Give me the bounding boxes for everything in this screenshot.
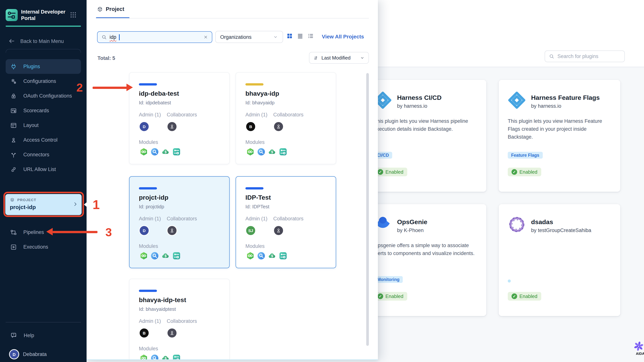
view-all-projects-link[interactable]: View All Projects bbox=[322, 34, 364, 40]
sort-arrows-icon bbox=[313, 55, 318, 61]
person-icon bbox=[276, 124, 282, 130]
module-icons: $ bbox=[140, 354, 181, 360]
sidebar-item-connectors[interactable]: Connectors bbox=[0, 147, 86, 162]
layout-icon bbox=[10, 122, 17, 129]
project-card-idp-deba-test[interactable]: idp-deba-testId: idpdebatestAdmin (1)Col… bbox=[129, 72, 230, 164]
sidebar-item-layout[interactable]: Layout bbox=[0, 118, 86, 133]
check-icon: ✓ bbox=[512, 293, 517, 299]
check-icon: ✓ bbox=[378, 169, 383, 175]
plugin-status-label: Enabled bbox=[520, 169, 537, 175]
annotation-step3-number: 3 bbox=[106, 226, 112, 239]
plugin-category-badge bbox=[508, 279, 511, 282]
plugin-card-opsgenie[interactable]: OpsGenieby K-PhoenOpsgenie offers a simp… bbox=[365, 204, 486, 316]
project-card-title: bhavya-idp bbox=[246, 90, 279, 98]
ccm-module-icon: $ bbox=[162, 252, 170, 260]
plugin-description: Opsgenie offers a simple way to associat… bbox=[374, 242, 477, 258]
project-picker-panel: Project idp Organizations View All Proje… bbox=[86, 0, 378, 360]
panel-scrollbar[interactable] bbox=[366, 73, 369, 346]
project-card-projct-idp[interactable]: projct-idpId: projctidpAdmin (1)Collabor… bbox=[129, 176, 230, 268]
url-allow-list-icon bbox=[10, 166, 17, 173]
sidebar-item-access-control[interactable]: Access Control bbox=[0, 133, 86, 147]
admin-avatar[interactable]: B bbox=[140, 328, 149, 337]
scorecards-icon bbox=[10, 107, 17, 114]
plugin-status-label: Enabled bbox=[520, 293, 537, 299]
user-menu[interactable]: D Debabrata bbox=[0, 347, 86, 361]
project-card-id: Id: IDPTest bbox=[246, 204, 269, 209]
clear-search-icon[interactable] bbox=[203, 35, 208, 40]
annotation-step2-arrow bbox=[92, 87, 127, 89]
sidebar-item-url-allow-list[interactable]: URL Allow List bbox=[0, 162, 86, 177]
annotation-step1-highlight-box bbox=[4, 192, 84, 217]
collaborators-label: Collaborators bbox=[167, 318, 197, 324]
harness-logo bbox=[508, 91, 526, 109]
organizations-dropdown[interactable]: Organizations bbox=[215, 31, 283, 43]
user-name: Debabrata bbox=[23, 351, 47, 357]
compact-list-view-toggle[interactable] bbox=[308, 33, 314, 39]
sidebar-item-label: Pipelines bbox=[23, 229, 44, 235]
plugin-title: Harness Feature Flags bbox=[531, 94, 600, 102]
list-view-toggle[interactable] bbox=[297, 33, 303, 39]
sidebar-item-scorecards[interactable]: Scorecards bbox=[0, 103, 86, 118]
arrow-left-icon bbox=[8, 38, 15, 45]
svg-text:$: $ bbox=[165, 254, 166, 258]
annotation-step3-arrow bbox=[53, 231, 98, 233]
plugin-card-harness-feature-flags[interactable]: Harness Feature Flagsby harness.ioThis p… bbox=[499, 80, 620, 192]
back-to-main-menu[interactable]: Back to Main Menu bbox=[8, 38, 64, 45]
sort-dropdown[interactable]: Last Modified bbox=[309, 52, 369, 64]
aida-label: AIDA bbox=[634, 351, 644, 355]
project-card-IDP-Test[interactable]: IDP-TestId: IDPTestAdmin (1)Collaborator… bbox=[236, 176, 336, 268]
admin-avatar[interactable]: D bbox=[140, 122, 149, 131]
help-chat-icon: ? bbox=[10, 332, 17, 339]
oauth-icon bbox=[10, 93, 17, 99]
ci-module-icon bbox=[140, 252, 148, 260]
sidebar-item-executions[interactable]: Executions bbox=[0, 240, 86, 254]
grid-view-toggle[interactable] bbox=[286, 33, 293, 39]
plugin-search-input[interactable]: Search for plugins bbox=[545, 51, 625, 62]
collaborator-avatar[interactable] bbox=[168, 122, 176, 131]
ccm-module-icon: $ bbox=[268, 148, 276, 156]
ccm-module-icon: $ bbox=[268, 252, 276, 260]
sidebar-item-oauth-configurations[interactable]: OAuth Configurations bbox=[0, 89, 86, 103]
project-card-bhavya-idp[interactable]: bhavya-idpId: bhavyaidpAdmin (1)Collabor… bbox=[236, 72, 336, 164]
person-icon bbox=[169, 330, 175, 336]
plugin-title: OpsGenie bbox=[397, 218, 428, 226]
plugin-card-harness-ci-cd[interactable]: Harness CI/CDby harness.ioThis plugin le… bbox=[365, 80, 486, 192]
help-button[interactable]: ? Help bbox=[0, 328, 86, 343]
person-icon bbox=[169, 227, 175, 234]
sidebar-item-configurations[interactable]: Configurations bbox=[0, 74, 86, 89]
plugin-card-dsadas[interactable]: dsadasby testGroupCreateSahiba✓Enabled bbox=[499, 204, 620, 316]
ccm-module-icon: $ bbox=[162, 354, 170, 360]
project-card-bhavya-idp-test[interactable]: bhavya-idp-testId: bhavyaidptestAdmin (1… bbox=[129, 279, 230, 360]
harness-logo bbox=[508, 91, 526, 109]
project-search-input[interactable]: idp bbox=[97, 31, 212, 43]
sidebar-section-divider bbox=[6, 49, 81, 53]
module-icons: $ bbox=[246, 148, 287, 156]
project-card-title: projct-idp bbox=[139, 194, 168, 202]
admin-label: Admin (1) bbox=[246, 112, 268, 118]
plugin-status-badge: ✓Enabled bbox=[374, 168, 407, 176]
admin-avatar[interactable]: B bbox=[246, 122, 255, 131]
sidebar-item-plugins[interactable]: Plugins bbox=[6, 59, 81, 74]
idp-module-icon bbox=[172, 354, 181, 360]
tab-project[interactable]: Project bbox=[97, 6, 124, 12]
collaborator-avatar[interactable] bbox=[274, 122, 283, 131]
total-count-label: Total: 5 bbox=[98, 55, 115, 61]
plugins-icon bbox=[10, 63, 17, 70]
collaborator-avatar[interactable] bbox=[274, 226, 283, 235]
modules-label: Modules bbox=[246, 139, 264, 145]
admin-avatar[interactable]: D bbox=[140, 226, 149, 235]
check-icon: ✓ bbox=[512, 169, 517, 175]
person-icon bbox=[169, 124, 175, 130]
help-label: Help bbox=[24, 333, 34, 338]
sidebar-item-label: Layout bbox=[23, 122, 38, 128]
collaborator-avatar[interactable] bbox=[168, 226, 176, 235]
tab-project-label: Project bbox=[106, 6, 124, 12]
aida-widget[interactable]: AIDA bbox=[634, 341, 644, 355]
app-switcher-icon[interactable] bbox=[70, 11, 77, 19]
collaborator-avatar[interactable] bbox=[168, 328, 176, 337]
idp-module-icon bbox=[279, 148, 287, 156]
admin-avatar[interactable]: SJ bbox=[246, 226, 255, 235]
plugin-title: dsadas bbox=[531, 218, 553, 226]
annotation-step1-number: 1 bbox=[92, 197, 100, 212]
admin-label: Admin (1) bbox=[139, 318, 161, 324]
